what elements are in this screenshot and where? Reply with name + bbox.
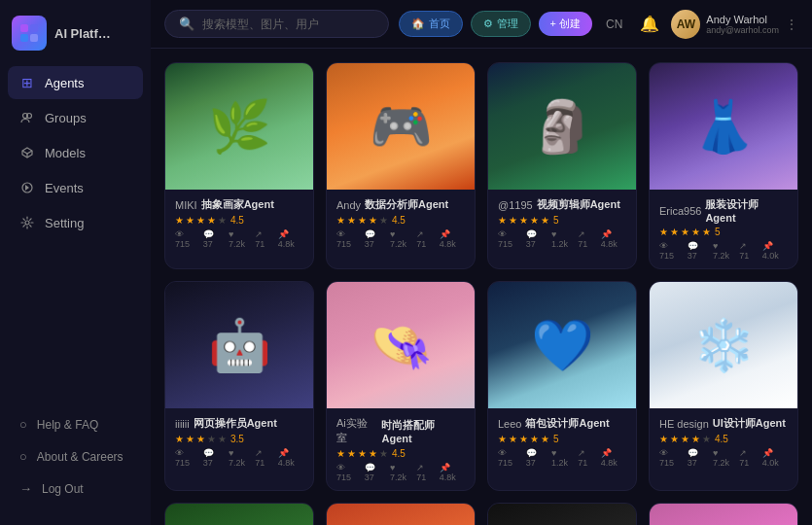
agent-card-1[interactable]: 🌿 MIKI 抽象画家Agent ★★★★★ 4.5 👁 715 💬 37 ♥ …	[164, 62, 314, 269]
home-icon: 🏠	[411, 18, 425, 30]
stat-comments: 💬 37	[526, 229, 546, 249]
card-title-row: MIKI 抽象画家Agent	[175, 197, 303, 212]
star-filled: ★	[196, 434, 205, 444]
card-stats: 👁 715 💬 37 ♥ 1.2k ↗ 71 📌 4.8k	[498, 229, 626, 249]
sidebar-item-agents[interactable]: ⊞ Agents	[8, 66, 143, 99]
agent-card-10[interactable]: 🎎	[326, 503, 476, 525]
card-name: 数据分析师Agent	[365, 197, 448, 212]
language-selector[interactable]: CN	[600, 14, 628, 35]
stat-shares: ↗ 71	[255, 229, 272, 249]
models-icon	[19, 145, 35, 160]
agent-card-7[interactable]: 💙 Leeo 箱包设计师Agent ★★★★★ 5 👁 715 💬 37 ♥ 1…	[487, 281, 637, 491]
stat-likes: ♥ 7.2k	[713, 241, 733, 261]
footer-help-label: Help & FAQ	[37, 418, 98, 432]
agent-card-11[interactable]: 🖤	[487, 503, 637, 525]
card-emoji: 🌿	[208, 97, 271, 157]
sidebar-item-events[interactable]: Events	[8, 171, 143, 204]
browse-button[interactable]: 🏠 首页	[399, 11, 463, 37]
rating-value: 5	[553, 434, 559, 444]
star-filled: ★	[498, 434, 507, 444]
events-icon	[19, 180, 35, 195]
search-input[interactable]	[202, 18, 374, 31]
card-stars: ★★★★★ 4.5	[659, 434, 788, 444]
stat-likes: ♥ 1.2k	[551, 229, 572, 249]
stat-saves: 📌 4.0k	[762, 448, 788, 468]
notification-icon[interactable]: 🔔	[636, 11, 663, 37]
card-image: 🍉	[165, 504, 313, 525]
card-title-row: Andy 数据分析师Agent	[336, 197, 465, 212]
card-info: Ai实验室 时尚搭配师Agent ★★★★★ 4.5 👁 715 💬 37 ♥ …	[327, 408, 475, 490]
rating-value: 3.5	[230, 434, 244, 444]
card-image: 👗	[650, 63, 797, 190]
sidebar-item-setting[interactable]: Setting	[8, 206, 143, 239]
star-filled: ★	[347, 448, 356, 459]
star-filled: ★	[347, 215, 356, 226]
agent-card-4[interactable]: 👗 Erica956 服装设计师Agent ★★★★★ 5 👁 715 💬 37…	[649, 62, 798, 269]
footer-about[interactable]: ○ About & Careers	[8, 441, 143, 472]
main-content: 🔍 🏠 首页 ⚙ 管理 + 创建 CN 🔔 AW Andy Warhol and…	[151, 0, 812, 525]
card-image: 🖤	[488, 504, 636, 525]
manage-button[interactable]: ⚙ 管理	[471, 11, 531, 37]
star-filled: ★	[186, 434, 194, 444]
svg-point-8	[25, 221, 29, 225]
logo-icon	[12, 16, 47, 51]
stat-shares: ↗ 71	[739, 241, 757, 261]
star-filled: ★	[369, 448, 377, 459]
card-stats: 👁 715 💬 37 ♥ 7.2k ↗ 71 📌 4.0k	[659, 448, 788, 468]
rating-value: 4.5	[230, 215, 244, 226]
rating-value: 5	[715, 227, 721, 237]
star-filled: ★	[186, 215, 194, 226]
star-filled: ★	[196, 215, 205, 226]
footer-help[interactable]: ○ Help & FAQ	[8, 409, 143, 439]
star-filled: ★	[509, 215, 517, 226]
star-filled: ★	[670, 434, 679, 444]
logout-icon: →	[19, 481, 32, 496]
more-options-icon[interactable]: ⋮	[785, 17, 798, 32]
agent-card-8[interactable]: ❄️ HE design UI设计师Agent ★★★★★ 4.5 👁 715 …	[649, 281, 798, 491]
sidebar-item-models[interactable]: Models	[8, 136, 143, 169]
card-user: iiiiii	[175, 418, 190, 430]
avatar: AW	[671, 10, 700, 39]
stat-comments: 💬 37	[526, 448, 546, 468]
card-title-row: Ai实验室 时尚搭配师Agent	[336, 416, 465, 445]
star-filled: ★	[519, 215, 528, 226]
user-avatar-wrap[interactable]: AW Andy Warhol andy@warhol.com ⋮	[671, 10, 798, 39]
agent-card-2[interactable]: 🎮 Andy 数据分析师Agent ★★★★★ 4.5 👁 715 💬 37 ♥…	[326, 62, 476, 269]
agent-card-12[interactable]: 💗	[649, 503, 798, 525]
stat-comments: 💬 37	[203, 229, 223, 249]
card-image: 👒	[327, 282, 475, 408]
content-area: 🌿 MIKI 抽象画家Agent ★★★★★ 4.5 👁 715 💬 37 ♥ …	[151, 49, 812, 525]
sidebar-item-setting-label: Setting	[45, 216, 84, 230]
card-title-row: HE design UI设计师Agent	[659, 416, 788, 431]
sidebar-item-groups[interactable]: Groups	[8, 101, 143, 134]
card-stats: 👁 715 💬 37 ♥ 7.2k ↗ 71 📌 4.8k	[336, 229, 465, 249]
stat-shares: ↗ 71	[255, 448, 272, 468]
star-filled: ★	[541, 215, 549, 226]
agent-card-9[interactable]: 🍉	[164, 503, 314, 525]
agent-card-5[interactable]: 🤖 iiiiii 网页操作员Agent ★★★★★ 3.5 👁 715 💬 37…	[164, 281, 314, 491]
svg-rect-2	[20, 34, 28, 42]
star-filled: ★	[681, 434, 689, 444]
agent-card-3[interactable]: 🗿 @1195 视频剪辑师Agent ★★★★★ 5 👁 715 💬 37 ♥ …	[487, 62, 637, 269]
search-icon: 🔍	[179, 17, 194, 31]
card-stars: ★★★★★ 4.5	[336, 215, 465, 226]
create-button[interactable]: + 创建	[539, 12, 592, 36]
star-empty: ★	[379, 215, 388, 226]
header-actions: 🏠 首页 ⚙ 管理 + 创建 CN 🔔 AW Andy Warhol andy@…	[399, 10, 799, 39]
stat-likes: ♥ 1.2k	[551, 448, 572, 468]
star-filled: ★	[519, 434, 528, 444]
search-bar[interactable]: 🔍	[164, 10, 389, 38]
stat-shares: ↗ 71	[416, 229, 434, 249]
card-emoji: 🤖	[208, 316, 271, 375]
logo[interactable]: AI Platform	[0, 12, 151, 66]
stat-saves: 📌 4.8k	[440, 229, 465, 249]
card-info: MIKI 抽象画家Agent ★★★★★ 4.5 👁 715 💬 37 ♥ 7.…	[165, 190, 313, 257]
footer-logout[interactable]: → Log Out	[8, 473, 143, 504]
stat-saves: 📌 4.8k	[278, 229, 303, 249]
agent-card-6[interactable]: 👒 Ai实验室 时尚搭配师Agent ★★★★★ 4.5 👁 715 💬 37 …	[326, 281, 476, 491]
card-image: 💗	[650, 504, 797, 525]
user-info: Andy Warhol andy@warhol.com	[706, 14, 779, 35]
stat-saves: 📌 4.8k	[601, 448, 626, 468]
card-image: 🗿	[488, 63, 636, 190]
card-image: ❄️	[650, 282, 797, 408]
